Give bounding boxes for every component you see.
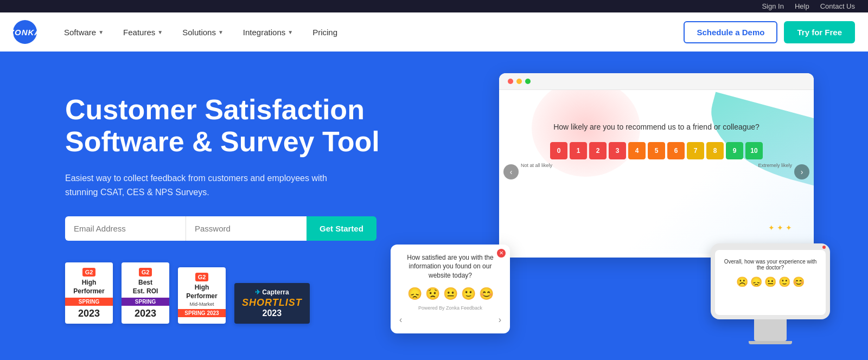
nav-software[interactable]: Software ▼	[54, 12, 113, 52]
nps-scale: 0 1 2 3 4 5 6 7 8 9 10	[521, 142, 792, 159]
emoji-3[interactable]: 😐	[764, 276, 776, 288]
password-input[interactable]	[186, 216, 307, 241]
emoji-very-dissatisfied[interactable]: 😞	[407, 287, 422, 301]
badge-ribbon: SPRING	[65, 298, 113, 306]
nps-btn-0[interactable]: 0	[550, 142, 567, 159]
dot-yellow	[516, 79, 522, 84]
chevron-down-icon: ▼	[218, 29, 224, 35]
nps-btn-10[interactable]: 10	[745, 142, 763, 159]
top-bar: Sign In Help Contact Us	[0, 0, 868, 12]
nav-pricing[interactable]: Pricing	[303, 12, 347, 52]
tablet-base	[754, 319, 787, 341]
badge-line1: HighPerformer	[71, 279, 107, 295]
tablet-stand	[749, 341, 792, 344]
nav-features[interactable]: Features ▼	[113, 12, 173, 52]
capterra-logo-text: ✈ Capterra	[242, 288, 302, 296]
help-link[interactable]: Help	[795, 2, 809, 10]
badge-line1: HighPerformer	[183, 284, 220, 300]
badge-ribbon: SPRING	[122, 298, 169, 306]
badge-best-roi: G2 BestEst. ROI SPRING 2023	[122, 262, 169, 324]
dot-green	[525, 79, 531, 84]
badge-year: 2023	[71, 308, 107, 319]
badge-line1: BestEst. ROI	[127, 279, 164, 295]
nps-btn-8[interactable]: 8	[706, 142, 724, 159]
emoji-very-satisfied[interactable]: 😊	[479, 287, 494, 301]
nps-label-left: Not at all likely	[521, 163, 552, 168]
tablet-question: Overall, how was your experience with th…	[722, 259, 819, 271]
close-icon[interactable]: ✕	[497, 249, 506, 258]
csat-footer: Powered By Zonka Feedback	[399, 305, 501, 311]
capterra-year: 2023	[242, 308, 302, 318]
nps-btn-5[interactable]: 5	[648, 142, 665, 159]
tablet-survey-card: Overall, how was your experience with th…	[711, 243, 830, 344]
contact-us-link[interactable]: Contact Us	[820, 2, 855, 10]
tablet-emojis: ☹️ 😞 😐 🙂 😊	[722, 276, 819, 288]
dot-red	[508, 79, 513, 84]
card-body: • • • • • • ✦ ✦ ✦ How likely are you to …	[499, 90, 814, 254]
g2-label: G2	[82, 268, 96, 277]
nav-integrations[interactable]: Integrations ▼	[233, 12, 303, 52]
nps-question: How likely are you to recommend us to a …	[521, 123, 792, 131]
nps-label-right: Extremely likely	[758, 163, 792, 168]
emoji-1[interactable]: ☹️	[736, 276, 748, 288]
prev-arrow[interactable]: ‹	[503, 164, 519, 179]
emoji-4[interactable]: 🙂	[778, 276, 790, 288]
hero-title: Customer Satisfaction Software & Survey …	[65, 94, 391, 159]
chevron-down-icon: ▼	[98, 29, 104, 35]
badge-capterra: ✈ Capterra SHORTLIST 2023	[234, 283, 310, 324]
capterra-shortlist-label: SHORTLIST	[242, 297, 302, 308]
emoji-neutral[interactable]: 😐	[443, 287, 458, 301]
next-arrow[interactable]: ›	[794, 164, 809, 179]
logo[interactable]: ZONKA	[13, 20, 37, 44]
chevron-down-icon: ▼	[157, 29, 163, 35]
nps-btn-6[interactable]: 6	[667, 142, 685, 159]
badge-high-performer: G2 HighPerformer SPRING 2023	[65, 262, 113, 324]
badge-high-performer-midmarket: G2 HighPerformer Mid-Market SPRING 2023	[178, 267, 226, 324]
csat-emojis: 😞 😟 😐 🙂 😊	[399, 287, 501, 301]
badge-year: 2023	[127, 308, 164, 319]
emoji-satisfied[interactable]: 🙂	[461, 287, 476, 301]
nps-btn-4[interactable]: 4	[628, 142, 646, 159]
nav-solutions[interactable]: Solutions ▼	[173, 12, 233, 52]
get-started-button[interactable]: Get Started	[307, 216, 376, 241]
email-input[interactable]	[65, 216, 186, 241]
badge-ribbon: SPRING 2023	[178, 309, 226, 317]
nps-btn-1[interactable]: 1	[570, 142, 587, 159]
g2-label: G2	[139, 268, 152, 277]
sign-in-link[interactable]: Sign In	[762, 2, 783, 10]
nps-btn-9[interactable]: 9	[726, 142, 743, 159]
logo-text: ZONKA	[9, 28, 41, 37]
emoji-dissatisfied[interactable]: 😟	[425, 287, 440, 301]
emoji-2[interactable]: 😞	[750, 276, 762, 288]
nps-btn-2[interactable]: 2	[589, 142, 607, 159]
schedule-demo-button[interactable]: Schedule a Demo	[684, 21, 777, 43]
nps-btn-7[interactable]: 7	[687, 142, 704, 159]
tablet-screen: Overall, how was your experience with th…	[715, 250, 826, 315]
hero-section: Customer Satisfaction Software & Survey …	[0, 52, 868, 360]
csat-next-arrow[interactable]: ›	[499, 315, 501, 325]
try-free-button[interactable]: Try for Free	[784, 21, 855, 43]
chevron-down-icon: ▼	[288, 29, 293, 35]
tablet-outer: Overall, how was your experience with th…	[711, 243, 830, 319]
g2-label: G2	[195, 273, 209, 281]
csat-prev-arrow[interactable]: ‹	[399, 315, 402, 325]
tablet-notification-dot	[822, 246, 826, 249]
logo-circle: ZONKA	[13, 20, 37, 44]
nps-labels: Not at all likely Extremely likely	[521, 163, 792, 168]
emoji-5[interactable]: 😊	[793, 276, 805, 288]
main-nav: ZONKA Software ▼ Features ▼ Solutions ▼ …	[0, 12, 868, 52]
hero-visual: • • • • • • ✦ ✦ ✦ How likely are you to …	[391, 73, 825, 344]
csat-question: How satisfied are you with the informati…	[399, 253, 501, 280]
badges-row: G2 HighPerformer SPRING 2023 G2 BestEst.…	[65, 262, 391, 324]
csat-survey-card: ✕ How satisfied are you with the informa…	[391, 245, 510, 333]
hero-form: Get Started	[65, 216, 369, 241]
nav-links: Software ▼ Features ▼ Solutions ▼ Integr…	[54, 12, 684, 52]
hero-subtitle: Easiest way to collect feedback from cus…	[65, 171, 358, 199]
card-titlebar	[499, 73, 814, 90]
nps-survey-card: • • • • • • ✦ ✦ ✦ How likely are you to …	[499, 73, 814, 258]
hero-content: Customer Satisfaction Software & Survey …	[65, 94, 391, 324]
nav-actions: Schedule a Demo Try for Free	[684, 21, 855, 43]
nps-btn-3[interactable]: 3	[609, 142, 626, 159]
